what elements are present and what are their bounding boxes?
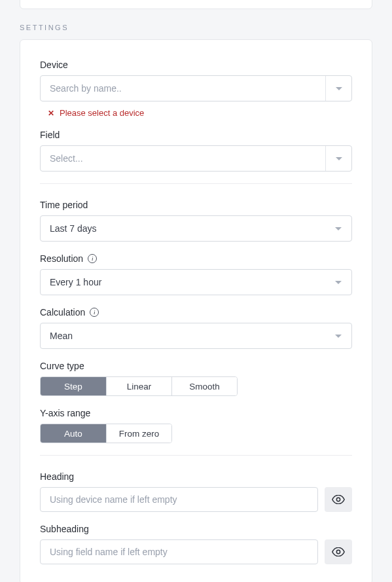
y-axis-from-zero[interactable]: From zero [106,424,171,443]
calculation-field: Calculation i Mean [40,307,352,349]
curve-type-label: Curve type [40,361,352,371]
settings-card: Device Search by name.. ✕ Please select … [20,39,372,582]
calculation-value: Mean [41,331,325,341]
info-icon[interactable]: i [88,254,97,263]
previous-card-edge [20,0,372,9]
chevron-down-icon [335,335,342,338]
device-error-text: Please select a device [60,108,144,118]
heading-label: Heading [40,471,352,482]
field-select-caret[interactable] [325,146,351,171]
field-select[interactable]: Select... [40,145,352,172]
chevron-down-icon [336,87,342,90]
subheading-visibility-toggle[interactable] [325,539,352,564]
device-error: ✕ Please select a device [40,108,352,118]
curve-type-smooth[interactable]: Smooth [171,377,237,395]
resolution-value: Every 1 hour [41,277,325,287]
heading-input[interactable] [40,487,318,512]
calculation-select[interactable]: Mean [40,323,352,349]
chevron-down-icon [336,157,342,160]
y-axis-field: Y-axis range Auto From zero [40,408,352,443]
subheading-label: Subheading [40,524,352,534]
time-period-select[interactable]: Last 7 days [40,215,352,242]
time-period-caret[interactable] [325,216,351,241]
device-select-caret[interactable] [325,76,351,101]
curve-type-field: Curve type Step Linear Smooth [40,361,352,396]
heading-field: Heading [40,471,352,512]
divider [40,183,352,184]
eye-icon [332,495,345,504]
subheading-field: Subheading [40,524,352,564]
curve-type-linear[interactable]: Linear [106,377,171,395]
calculation-label: Calculation i [40,307,352,318]
resolution-select[interactable]: Every 1 hour [40,269,352,295]
curve-type-group: Step Linear Smooth [40,376,238,396]
info-icon[interactable]: i [90,308,99,317]
chevron-down-icon [335,281,342,284]
device-label: Device [40,60,352,70]
resolution-field: Resolution i Every 1 hour [40,253,352,295]
svg-point-1 [336,550,340,553]
subheading-input[interactable] [40,539,318,564]
time-period-value: Last 7 days [41,223,325,234]
calculation-label-text: Calculation [40,307,85,318]
device-field: Device Search by name.. ✕ Please select … [40,60,352,118]
section-label: SETTINGS [20,24,372,31]
resolution-label: Resolution i [40,253,352,264]
chevron-down-icon [335,227,342,230]
device-select-value: Search by name.. [41,83,325,94]
divider [40,455,352,456]
svg-point-0 [336,498,340,501]
time-period-label: Time period [40,200,352,210]
field-label: Field [40,130,352,140]
y-axis-label: Y-axis range [40,408,352,418]
y-axis-auto[interactable]: Auto [41,424,106,443]
heading-visibility-toggle[interactable] [325,487,352,512]
device-select[interactable]: Search by name.. [40,75,352,101]
time-period-field: Time period Last 7 days [40,200,352,242]
close-icon: ✕ [48,109,54,117]
curve-type-step[interactable]: Step [41,377,106,395]
resolution-label-text: Resolution [40,253,83,264]
resolution-caret[interactable] [325,270,351,295]
eye-icon [332,547,345,556]
field-select-value: Select... [41,153,325,164]
field-field: Field Select... [40,130,352,172]
calculation-caret[interactable] [325,323,351,348]
y-axis-group: Auto From zero [40,424,172,443]
